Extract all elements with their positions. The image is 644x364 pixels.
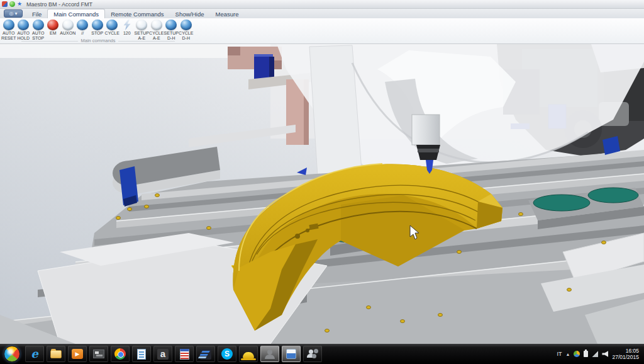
hidden-icons-button[interactable]: ▲ <box>566 352 570 356</box>
lightning-icon <box>121 20 133 30</box>
machine-icon <box>93 350 104 358</box>
ribbon-button-slash[interactable]: // <box>75 18 91 36</box>
suction-cup <box>588 188 638 203</box>
letter-a-icon: a <box>157 349 169 360</box>
taskbar-icon-cnc-tool-app[interactable] <box>89 346 108 362</box>
language-indicator[interactable]: IT <box>557 351 562 357</box>
chrome-icon <box>114 348 126 360</box>
taskbar-icon-file-explorer[interactable] <box>47 346 65 362</box>
taskbar-icon-skype[interactable]: S <box>218 346 236 362</box>
sphere-icon <box>18 20 29 30</box>
drive-tray-icon[interactable] <box>574 351 580 357</box>
app-menu-button[interactable]: ◎ ▾ <box>4 9 23 18</box>
sphere-icon <box>3 20 14 30</box>
ribbon-button-120[interactable]: 120 <box>119 18 135 36</box>
titlebar: ★ Maestro BM - Accord FMT <box>0 0 644 9</box>
clock-date: 27/01/2015 <box>612 354 639 360</box>
sphere-icon <box>47 20 58 30</box>
sphere-icon <box>77 20 88 30</box>
taskbar-icon-maestro-cam[interactable] <box>196 346 215 362</box>
ribbon-button-auto-stop[interactable]: AUTO STOP <box>31 18 46 40</box>
ribbon-button-cycle-ae[interactable]: CYCLE A-E <box>149 18 164 40</box>
ribbon-button-setup-ae[interactable]: SETUP A-E <box>135 18 150 40</box>
sphere-icon <box>33 20 44 30</box>
system-tray: IT ▲ 16:05 27/01/2015 <box>557 348 641 360</box>
machine-scene <box>0 44 644 344</box>
ie-icon: e <box>31 348 38 360</box>
ribbon-button-em[interactable]: EM <box>46 18 61 36</box>
tab-main-commands[interactable]: Main Commands <box>47 9 105 18</box>
battery-icon[interactable] <box>584 351 588 357</box>
volume-icon[interactable] <box>602 351 608 357</box>
taskbar-icon-remote-support[interactable] <box>303 346 322 362</box>
ribbon-button-auto-reset[interactable]: AUTO RESET <box>1 18 16 40</box>
maestro-icon <box>200 349 211 360</box>
ribbon-button-auxon[interactable]: AUXON <box>60 18 75 36</box>
green-orb-icon <box>9 1 15 7</box>
ribbon-button-cycle[interactable]: CYCLE <box>105 18 120 36</box>
skype-icon: S <box>221 348 233 360</box>
book-icon <box>180 349 189 360</box>
ribbon-button-cycle-dh[interactable]: CYCLE D-H <box>179 18 194 40</box>
ribbon-group-label: Main commands <box>1 38 195 43</box>
play-icon: ▶ <box>72 349 83 359</box>
person-icon <box>267 350 272 355</box>
taskbar-icon-chrome[interactable] <box>111 346 130 362</box>
taskbar-icon-helmet-cam-app[interactable] <box>239 346 258 362</box>
taskbar-icon-simulator-app[interactable] <box>282 346 301 362</box>
people-icon <box>309 350 313 354</box>
helmet-icon <box>243 352 254 358</box>
blue-star-icon: ★ <box>17 1 22 7</box>
ribbon-tab-row: ◎ ▾ File Main Commands Remote Commands S… <box>0 9 644 18</box>
tab-file[interactable]: File <box>26 9 47 18</box>
taskbar-icon-manual-viewer[interactable] <box>175 346 194 362</box>
sphere-icon <box>92 20 103 30</box>
sphere-icon <box>151 20 162 30</box>
tab-measure[interactable]: Measure <box>210 9 245 18</box>
taskbar-icon-internet-explorer[interactable]: e <box>25 346 44 362</box>
document-icon <box>137 349 146 360</box>
workpiece-hole <box>295 234 300 239</box>
window-title: Maestro BM - Accord FMT <box>26 1 92 8</box>
ribbon-group-main-commands: AUTO RESET AUTO HOLD AUTO STOP EM AUXON … <box>1 18 195 44</box>
ribbon-button-auto-hold[interactable]: AUTO HOLD <box>16 18 31 40</box>
suction-cup <box>533 195 590 211</box>
ribbon: AUTO RESET AUTO HOLD AUTO STOP EM AUXON … <box>0 18 644 44</box>
ribbon-button-stop[interactable]: STOP <box>90 18 105 36</box>
tab-remote-commands[interactable]: Remote Commands <box>105 9 169 18</box>
taskbar-icon-document-app[interactable] <box>132 346 151 362</box>
disk-icon <box>286 349 296 359</box>
network-icon[interactable] <box>592 351 598 357</box>
taskbar-icon-media-player[interactable]: ▶ <box>68 346 87 362</box>
taskbar-icon-alphacam[interactable]: a <box>153 346 172 362</box>
application-window: ★ Maestro BM - Accord FMT ◎ ▾ File Main … <box>0 0 644 364</box>
sphere-icon <box>180 20 192 30</box>
viewport-3d[interactable] <box>0 44 644 344</box>
folder-icon <box>50 350 62 358</box>
sphere-icon <box>136 20 147 30</box>
sphere-icon <box>62 20 74 30</box>
taskbar-icon-operator-app[interactable] <box>260 346 279 362</box>
clock[interactable]: 16:05 27/01/2015 <box>612 348 639 360</box>
taskbar: e ▶ a S IT ▲ 16:05 27/01/2015 <box>0 344 644 364</box>
clock-time: 16:05 <box>612 348 639 354</box>
start-button[interactable] <box>4 346 20 362</box>
sphere-icon <box>165 20 177 30</box>
ribbon-button-setup-dh[interactable]: SETUP D-H <box>164 18 179 40</box>
tab-show-hide[interactable]: Show/Hide <box>170 9 210 18</box>
workpiece-hole <box>306 229 309 232</box>
sphere-icon <box>106 20 118 30</box>
app-icon <box>2 1 8 7</box>
